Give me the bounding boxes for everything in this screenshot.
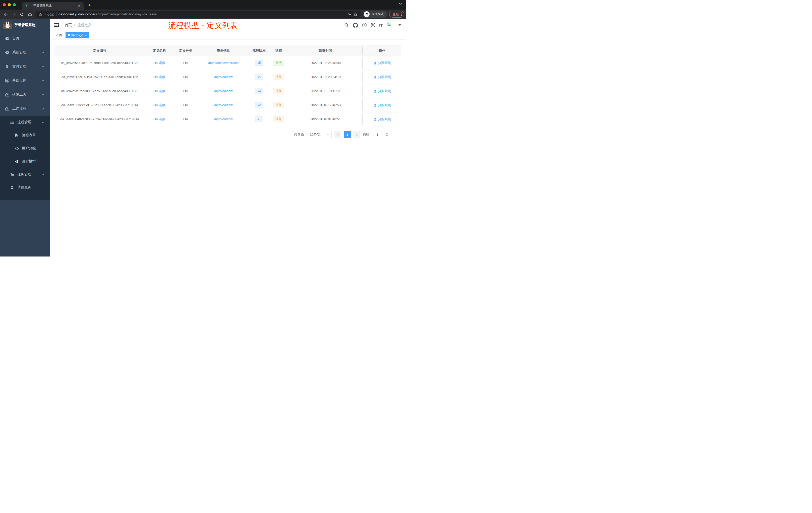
assign-rule-button[interactable]: 分配规则 [373, 103, 391, 108]
url-path: /bpm/manager/definition?key=oa_leave [99, 12, 156, 16]
person-icon [373, 117, 377, 121]
version-badge: v1 [255, 116, 263, 122]
definition-id-cell: oa_leave:4:991f2193-7b7f-11ec-a3c8-acde4… [55, 70, 145, 84]
chevron-down-icon [42, 79, 45, 82]
tag-close-icon[interactable]: × [85, 34, 87, 37]
assign-rule-button[interactable]: 分配规则 [373, 117, 391, 121]
row-actions-cell: 分配规则 [363, 112, 401, 126]
search-icon[interactable] [344, 22, 349, 28]
status-cell: 挂起 [269, 112, 288, 126]
status-badge: 挂起 [273, 74, 284, 80]
sidebar-item-task-mgmt[interactable]: 任务管理 [0, 168, 50, 181]
assign-rule-button[interactable]: 分配规则 [373, 89, 391, 93]
sidebar-item-dev-tools[interactable]: 研发工具 [0, 88, 50, 102]
sidebar-item-infrastructure[interactable]: 基础设施 [0, 73, 50, 88]
assign-rule-button[interactable]: 分配规则 [373, 75, 391, 79]
definition-id-cell: oa_leave:2:3c1f0ef1-76b1-11ec-9c66-a2380… [55, 98, 145, 112]
sidebar-item-workflow[interactable]: 工作流程 [0, 102, 50, 116]
sidebar-toggle-hamburger-icon[interactable] [54, 23, 59, 28]
zoom-window-button[interactable] [13, 3, 16, 6]
back-icon[interactable] [2, 11, 9, 18]
definition-name-link[interactable]: OA 请假 [145, 112, 174, 126]
pagination: 共 5 条 10条/页 1 前往 页 [55, 131, 401, 138]
sidebar-item-leave-query[interactable]: 请假查询 [0, 181, 50, 194]
tab-close-icon[interactable]: ✕ [77, 4, 81, 7]
sidebar-item-process-model[interactable]: 流程模型 [0, 155, 50, 168]
prev-page-button[interactable] [334, 131, 341, 138]
page-size-select[interactable]: 10条/页 [307, 131, 332, 138]
definition-name-link[interactable]: OA 请假 [145, 56, 174, 70]
form-info-link[interactable]: /bpm/oa/flow [198, 84, 249, 98]
breadcrumb-home[interactable]: 首页 [65, 23, 72, 27]
column-header-6: 状态 [269, 46, 288, 56]
chevron-up-icon [42, 121, 45, 124]
avatar-dropdown-caret-icon[interactable] [399, 24, 401, 26]
help-icon[interactable]: ? [361, 22, 367, 28]
page-content: 定义编号定义名称定义分类表单信息流程版本状态部署时间操作oa_leave:5:0… [50, 39, 406, 256]
form-info-link[interactable]: /bpm/oa/flow [198, 70, 249, 84]
version-cell: v5 [249, 56, 269, 70]
assign-rule-button[interactable]: 分配规则 [373, 61, 391, 65]
minimize-window-button[interactable] [8, 3, 11, 6]
sidebar-item-payment-mgmt[interactable]: ¥支付管理 [0, 59, 50, 73]
tag-active[interactable]: 流程定义× [65, 32, 89, 38]
page-size-value: 10条/页 [310, 132, 321, 137]
sidebar-logo[interactable]: 芋道管理系统 [0, 19, 50, 31]
navbar-actions: ? tT [344, 21, 401, 30]
column-header-5: 流程版本 [249, 46, 269, 56]
site-favicon-sprout-icon [25, 4, 28, 7]
tag-item[interactable]: 首页 [54, 32, 64, 38]
url-bar[interactable]: 不安全 dashboard.yudao.iocoder.cn/bpm/manag… [35, 11, 361, 18]
sidebar-item-user-group[interactable]: 用户分组 [0, 142, 50, 155]
deploy-time-cell: 2022-01-16 17:46:53 [288, 98, 363, 112]
bookmark-star-icon[interactable] [353, 12, 357, 16]
forward-icon[interactable] [10, 11, 17, 18]
definition-name-link[interactable]: OA 请假 [145, 70, 174, 84]
table-row: oa_leave:2:3c1f0ef1-76b1-11ec-9c66-a2380… [55, 98, 401, 112]
sidebar-item-process-mgmt[interactable]: 流程管理 [0, 116, 50, 129]
status-badge: 激活 [273, 60, 284, 66]
goto-page-input[interactable] [372, 131, 383, 138]
url-divider [56, 12, 57, 16]
incognito-icon [364, 11, 370, 17]
form-info-link[interactable]: /bpm/oa/flow [198, 98, 249, 112]
security-label[interactable]: 不安全 [45, 12, 54, 17]
sidebar-item-label: 任务管理 [17, 172, 42, 177]
new-tab-button[interactable]: + [86, 2, 93, 8]
definition-category-cell: OA [174, 98, 198, 112]
form-info-link[interactable]: /bpm/oa/leave/create [198, 56, 249, 70]
table-row: oa_leave:4:991f2193-7b7f-11ec-a3c8-acde4… [55, 70, 401, 84]
kebab-menu-icon[interactable] [401, 12, 402, 16]
tab-search-chevron-icon[interactable] [399, 3, 402, 5]
definition-category-cell: OA [174, 70, 198, 84]
next-page-button[interactable] [353, 131, 360, 138]
fullscreen-icon[interactable] [370, 22, 376, 28]
password-key-icon[interactable] [348, 12, 351, 16]
page-number-button[interactable]: 1 [344, 131, 351, 138]
status-cell: 激活 [269, 56, 288, 70]
sidebar-item-label: 研发工具 [12, 92, 42, 97]
sidebar-item-label: 首页 [12, 36, 50, 41]
close-window-button[interactable] [3, 3, 6, 6]
not-secure-warning-icon [39, 12, 42, 16]
user-avatar-broken-image-icon[interactable] [386, 21, 395, 30]
definition-name-link[interactable]: OA 请假 [145, 84, 174, 98]
table-row: oa_leave:3:1fad3d93-7b75-11ec-a3c8-acde4… [55, 84, 401, 98]
column-header-2: 定义名称 [145, 46, 174, 56]
browser-tab[interactable]: 芋道管理系统 ✕ [22, 2, 84, 9]
font-size-icon[interactable]: tT [379, 23, 383, 27]
sidebar-item-process-form[interactable]: 流程表单 [0, 129, 50, 142]
update-button[interactable]: 更新 [389, 11, 404, 18]
home-icon[interactable] [27, 11, 33, 18]
chevron-up-icon [42, 107, 45, 110]
sidebar-item-home[interactable]: 首页 [0, 31, 50, 46]
toolbox-icon [5, 93, 9, 97]
reload-icon[interactable] [19, 11, 25, 18]
definition-name-link[interactable]: OA 请假 [145, 98, 174, 112]
version-badge: v4 [255, 74, 263, 80]
form-info-link[interactable]: /bpm/oa/flow [198, 112, 249, 126]
deploy-time-cell: 2022-01-22 21:48:38 [288, 56, 363, 70]
github-icon[interactable] [353, 22, 358, 28]
sidebar-item-system-mgmt[interactable]: 系统管理 [0, 46, 50, 59]
row-actions-cell: 分配规则 [363, 84, 401, 98]
